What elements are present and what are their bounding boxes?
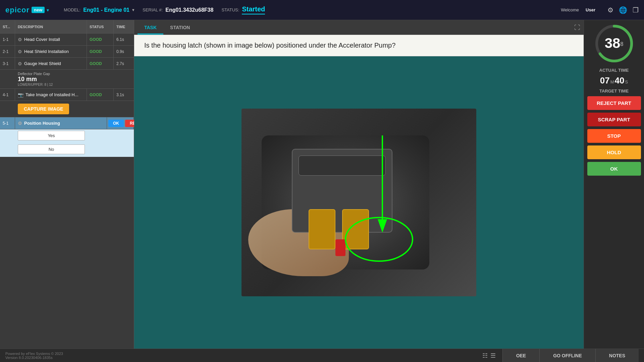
- reject-part-button[interactable]: REJECT PART: [587, 96, 641, 110]
- step-description: ⚙ Head Cover Install: [15, 34, 87, 45]
- step-description: ⚙ Position Housing: [15, 117, 107, 129]
- table-row[interactable]: 2-1 ⚙ Heat Shield Installation GOOD 0.9s: [0, 46, 134, 58]
- bottom-info-line1: Powered by eFlex Systems © 2023: [5, 352, 482, 356]
- image-area: [134, 56, 584, 349]
- question-text: Is the housing latch (shown in image bel…: [144, 42, 395, 49]
- step-icon: ⚙: [18, 61, 22, 66]
- step-status: GOOD: [87, 58, 114, 69]
- actual-m-label: M: [610, 79, 614, 84]
- header-right: Welcome User ⚙ 🌐 ❐: [561, 6, 639, 14]
- center-tabs: TASK STATION ⛶: [134, 20, 584, 35]
- step-status: GOOD: [87, 34, 114, 45]
- table-row[interactable]: 3-1 ⚙ Gauge Heat Shield GOOD 2.7s: [0, 58, 134, 70]
- header: epicor new ▾ MODEL: Eng01 - Engine 01 ▾ …: [0, 0, 644, 20]
- right-panel: 388 ACTUAL TIME 07 M 40 S TARGET TIME RE…: [584, 20, 644, 349]
- target-time-label: TARGET TIME: [599, 88, 629, 94]
- left-panel: ST... DESCRIPTION STATUS TIME 1-1 ⚙ Head…: [0, 20, 134, 349]
- active-step-row: 5-1 ⚙ Position Housing OK REJECT: [0, 117, 134, 129]
- main-layout: ST... DESCRIPTION STATUS TIME 1-1 ⚙ Head…: [0, 20, 644, 349]
- capture-row: CAPTURE IMAGE: [0, 101, 134, 117]
- welcome-text: Welcome: [561, 7, 579, 12]
- status-label: STATUS:: [221, 7, 239, 12]
- serial-label: SERIAL #:: [143, 7, 163, 12]
- step-time: 0.9s: [114, 46, 134, 57]
- step-st: 2-1: [0, 46, 15, 57]
- header-model: MODEL: Eng01 - Engine 01 ▾: [64, 7, 135, 13]
- engine-background: [241, 109, 476, 296]
- col-header-time: TIME: [114, 20, 134, 33]
- ok-button[interactable]: OK: [587, 162, 641, 176]
- hold-button[interactable]: HOLD: [587, 145, 641, 159]
- timer-circle: 388: [594, 23, 634, 64]
- tab-task[interactable]: TASK: [138, 21, 163, 35]
- step-status: GOOD: [87, 46, 114, 57]
- bottom-info-line2: Version 8.0.20230406-1835s: [5, 356, 482, 360]
- logo-new-badge: new: [32, 7, 45, 13]
- logo: epicor new ▾: [5, 6, 49, 14]
- step-description: 📷 Take Image of Installed H...: [15, 89, 87, 101]
- col-header-status: STATUS: [87, 20, 114, 33]
- globe-icon[interactable]: 🌐: [619, 6, 627, 14]
- step-ok-button[interactable]: OK: [108, 120, 124, 127]
- col-header-description: DESCRIPTION: [15, 20, 87, 33]
- capture-image-button[interactable]: CAPTURE IMAGE: [18, 104, 69, 114]
- step-description: ⚙ Heat Shield Installation: [15, 46, 87, 57]
- yes-option-button[interactable]: Yes: [18, 131, 85, 140]
- go-offline-button[interactable]: GO OFFLINE: [539, 349, 595, 362]
- column-headers: ST... DESCRIPTION STATUS TIME: [0, 20, 134, 34]
- notes-button[interactable]: NOTES: [595, 349, 639, 362]
- table-row[interactable]: 1-1 ⚙ Head Cover Install GOOD 6.1s: [0, 34, 134, 46]
- step-st: 3-1: [0, 58, 15, 69]
- model-value: Eng01 - Engine 01: [83, 7, 129, 13]
- step-icon: ⚙: [18, 49, 22, 54]
- deflector-sub: LOWER/UPPER: 8 | 12: [18, 83, 131, 86]
- step-time: 2.7s: [114, 58, 134, 69]
- status-value: Started: [242, 5, 265, 14]
- serial-value: Eng01.3432u68F38: [165, 7, 213, 13]
- model-dropdown-icon[interactable]: ▾: [132, 7, 135, 12]
- question-area: Is the housing latch (shown in image bel…: [134, 35, 584, 56]
- actual-time-display: 07 M 40 S: [600, 75, 628, 86]
- no-option-row: No: [0, 143, 134, 157]
- col-header-st: ST...: [0, 20, 15, 33]
- no-option-button[interactable]: No: [18, 144, 85, 154]
- scrap-part-button[interactable]: SCRAP PART: [587, 113, 641, 126]
- actual-seconds: 40: [615, 75, 625, 86]
- step-st: 1-1: [0, 34, 15, 45]
- deflector-plate-row: Deflector Plate Gap 10 mm LOWER/UPPER: 8…: [0, 70, 134, 89]
- deflector-value: 10 mm: [18, 76, 131, 83]
- bottom-bar: Powered by eFlex Systems © 2023 Version …: [0, 349, 644, 362]
- expand-icon[interactable]: ⛶: [574, 24, 580, 31]
- step-icon: 📷: [18, 92, 23, 98]
- timer-number-display: 388: [605, 36, 624, 50]
- deflector-title: Deflector Plate Gap: [18, 72, 131, 76]
- timer-subscript: 8: [620, 41, 623, 47]
- step-status-area: OK REJECT: [107, 117, 134, 129]
- grid-view-icon[interactable]: ☷: [482, 352, 488, 359]
- actual-minutes: 07: [600, 75, 610, 86]
- step-description: ⚙ Gauge Heat Shield: [15, 58, 87, 69]
- bottom-info: Powered by eFlex Systems © 2023 Version …: [5, 352, 482, 360]
- window-icon[interactable]: ❐: [633, 6, 639, 14]
- header-status: STATUS: Started: [221, 5, 265, 14]
- logo-chevron-icon[interactable]: ▾: [47, 7, 49, 13]
- step-time: 3.1s: [114, 89, 134, 101]
- model-label: MODEL:: [64, 7, 80, 12]
- list-view-icon[interactable]: ☰: [490, 352, 496, 359]
- table-row[interactable]: 4-1 📷 Take Image of Installed H... GOOD …: [0, 89, 134, 101]
- bottom-right: OEE GO OFFLINE NOTES: [502, 349, 639, 362]
- step-status: GOOD: [87, 89, 114, 101]
- oee-button[interactable]: OEE: [502, 349, 540, 362]
- tab-station[interactable]: STATION: [163, 21, 197, 35]
- settings-icon[interactable]: ⚙: [607, 6, 613, 14]
- center-panel: TASK STATION ⛶ Is the housing latch (sho…: [134, 20, 584, 349]
- step-time: 6.1s: [114, 34, 134, 45]
- logo-epicor-text: epicor: [5, 6, 30, 14]
- stop-button[interactable]: STOP: [587, 129, 641, 143]
- engine-image: [241, 109, 476, 296]
- step-icon: ⚙: [18, 37, 22, 42]
- step-st: 4-1: [0, 89, 15, 101]
- header-serial: SERIAL #: Eng01.3432u68F38: [143, 7, 213, 13]
- yes-option-row: Yes: [0, 129, 134, 143]
- user-text: User: [586, 7, 595, 12]
